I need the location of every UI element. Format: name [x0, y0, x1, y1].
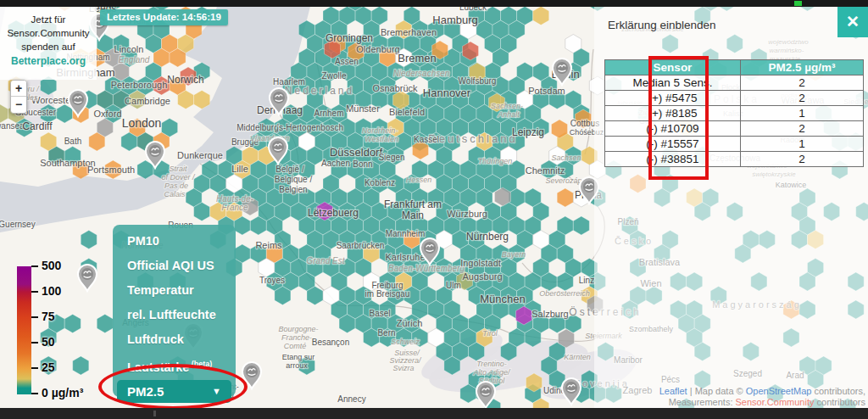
sensor-hex-gray[interactable] — [495, 187, 511, 206]
map-label: Bourgogne- — [278, 325, 318, 333]
zoom-in-button[interactable]: + — [11, 81, 26, 97]
layer-option-official-aqi-us[interactable]: Official AQI US — [113, 254, 236, 278]
donation-line2: Sensor.Community — [7, 28, 89, 38]
map-label: London — [122, 116, 162, 130]
legend-gradient-bar — [17, 266, 31, 394]
map-label: Pas de — [164, 182, 188, 190]
map-label: Münster — [346, 103, 380, 114]
sensor-hex-yellow[interactable] — [194, 91, 210, 109]
map-label: Assen — [335, 57, 359, 66]
sensor-hex-gray[interactable] — [559, 329, 575, 348]
sensor-values-table: SensorPM2.5 µg/m³Median 5 Sens.2(+) #547… — [604, 59, 864, 167]
legend-tick-label: 25 — [42, 360, 55, 374]
map-label: Augsburg — [462, 271, 502, 282]
value-cell: 2 — [741, 75, 864, 91]
map-zoom-control: + − — [10, 80, 27, 114]
map-label: Chemnitz — [526, 165, 565, 176]
donation-line1: Jetzt für — [31, 14, 66, 25]
legend-tick-label: 75 — [42, 310, 55, 323]
sensor-hex-orange[interactable] — [170, 48, 186, 67]
map-label: Worcester — [31, 95, 74, 105]
map-label: Lille — [231, 164, 248, 174]
map-label: France — [221, 203, 248, 212]
explanation-toggle[interactable]: Erklärung einblenden — [608, 19, 716, 31]
sensor-hex-teal[interactable] — [557, 272, 573, 291]
layer-option-pm10[interactable]: PM10 — [113, 229, 236, 254]
map-label: Thüringen — [478, 157, 513, 165]
sensor-hex-teal[interactable] — [469, 343, 485, 361]
sensor-hex-teal[interactable] — [339, 315, 355, 333]
sensor-hex-yellow[interactable] — [526, 373, 542, 392]
map-label: Bayern — [502, 250, 526, 259]
map-label: Leipzig — [512, 126, 544, 138]
map-label: Norwich — [167, 74, 203, 86]
attribution-mapdata: Map data © — [695, 386, 746, 396]
map-label: Dunkerque — [177, 150, 223, 160]
map-label: Troyes — [259, 276, 285, 285]
sensor-community-link[interactable]: Sensor.Community — [736, 397, 815, 407]
layer-option-rel-luftfeuchte[interactable]: rel. Luftfeuchte — [113, 303, 236, 327]
legend-tick — [31, 367, 38, 369]
map-label: Potsdam — [528, 86, 565, 96]
attribution-separator: | — [687, 386, 695, 396]
sensor-hex-teal[interactable] — [541, 272, 557, 291]
sensor-hex-teal[interactable] — [525, 328, 541, 347]
sensor-hex-orange[interactable] — [557, 188, 573, 207]
map-label: Groningen — [326, 32, 373, 44]
map-label: Oberösterreich — [539, 289, 590, 298]
map-label: Nordrhein- — [362, 126, 398, 135]
close-panel-button[interactable]: ✕ — [837, 7, 868, 37]
sensor-hex-teal[interactable] — [444, 356, 460, 375]
sensor-hex-magenta[interactable] — [516, 306, 532, 325]
sensor-hex-teal[interactable] — [501, 343, 517, 361]
sensor-hex-orange[interactable] — [89, 132, 105, 151]
map-label: England — [119, 55, 150, 64]
map-label: Wolfsburg — [459, 76, 497, 86]
map-label: Basel — [369, 309, 390, 318]
map-label: Aachen — [321, 159, 350, 168]
map-label: Schweiz — [391, 338, 420, 346]
sensor-hex-yellow[interactable] — [178, 91, 194, 109]
map-label: Reims — [255, 240, 282, 250]
map-label: Bremerhaven — [381, 27, 437, 37]
map-label: Bielefeld — [389, 107, 425, 117]
zoom-out-button[interactable]: − — [11, 97, 26, 113]
map-label: Siegen — [378, 153, 404, 162]
sensor-hex-teal[interactable] — [57, 104, 73, 123]
sensor-hex-teal[interactable] — [234, 216, 250, 235]
betterplace-link[interactable]: Betterplace.org — [11, 55, 86, 67]
value-cell: 2 — [741, 121, 864, 137]
map-label: Hamburg — [432, 14, 477, 26]
map-label: Kassel — [414, 135, 439, 144]
table-row: (+) #81851 — [605, 106, 864, 121]
sensor-hex-yellow[interactable] — [533, 7, 549, 25]
legend-tick — [31, 393, 38, 394]
leaflet-link[interactable]: Leaflet — [659, 386, 687, 396]
layer-option-luftdruck[interactable]: Luftdruck — [113, 327, 236, 352]
sensor-hex-teal[interactable] — [460, 384, 476, 403]
map-label: Nederland — [285, 85, 354, 97]
sensor-hex-orange[interactable] — [552, 120, 568, 138]
legend-tick — [31, 291, 38, 293]
map-label: Middelburg — [236, 123, 278, 132]
map-label: Tirol — [482, 329, 498, 338]
map-label: Koblenz — [364, 178, 395, 187]
layer-option-temperatur[interactable]: Temperatur — [113, 278, 236, 303]
sensor-hex-teal[interactable] — [307, 287, 323, 305]
legend-tick-label: 0 µg/m³ — [42, 386, 83, 399]
sensor-hex-red[interactable] — [463, 42, 479, 60]
annotation-red-rectangle — [648, 56, 709, 180]
map-label: Bremen — [398, 52, 437, 64]
sensor-hex-teal[interactable] — [275, 287, 291, 305]
map-label: Bonn — [353, 159, 372, 169]
sensor-hex-teal[interactable] — [194, 203, 210, 221]
sensor-hex-teal[interactable] — [81, 231, 97, 249]
sensor-hex-teal[interactable] — [250, 216, 266, 235]
map-label: Calais — [164, 190, 186, 198]
map-label: Zürich — [397, 318, 423, 328]
value-cell: 2 — [741, 91, 864, 106]
map-label: Ingolstadt — [460, 258, 501, 268]
osm-link[interactable]: OpenStreetMap — [746, 386, 812, 396]
sensor-hex-teal[interactable] — [121, 132, 137, 151]
sensor-hex-teal[interactable] — [573, 216, 589, 235]
